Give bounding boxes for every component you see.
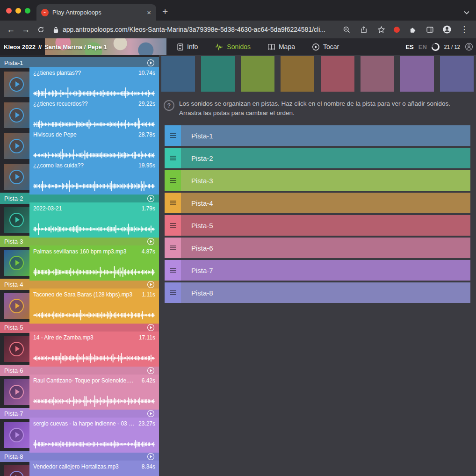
track-swatch-pista-6[interactable] — [361, 56, 394, 92]
sound-thumbnail[interactable] — [4, 72, 29, 97]
breadcrumb-path[interactable]: Santa Marina / Pepe 1 — [44, 43, 107, 50]
track-row-label[interactable]: Pista-1 — [181, 132, 213, 140]
lang-es-button[interactable]: ES — [405, 43, 413, 50]
forward-button[interactable]: → — [19, 22, 33, 36]
sound-waveform[interactable] — [33, 309, 155, 321]
track-row-label[interactable]: Pista-2 — [181, 154, 213, 162]
sound-thumbnail[interactable] — [4, 102, 29, 128]
track-row-label[interactable]: Pista-4 — [181, 199, 213, 207]
sound-thumbnail[interactable] — [4, 336, 29, 362]
drag-handle[interactable] — [165, 260, 181, 281]
tab-sonidos[interactable]: Sonidos — [215, 43, 251, 51]
track-play-icon[interactable] — [147, 367, 155, 375]
tab-mapa[interactable]: Mapa — [267, 43, 295, 50]
lang-en-button[interactable]: EN — [418, 43, 427, 50]
track-row-label[interactable]: Pista-5 — [181, 222, 213, 230]
sound-thumbnail[interactable] — [4, 379, 29, 405]
track-play-icon[interactable] — [147, 453, 155, 461]
sound-waveform[interactable] — [33, 180, 155, 192]
sound-waveform[interactable] — [33, 395, 155, 407]
profile-avatar[interactable] — [440, 22, 454, 36]
drag-handle[interactable] — [165, 125, 181, 146]
sound-item[interactable]: Vendedor callejero Hortalizas.mp38.34s — [0, 463, 159, 476]
new-tab-button[interactable]: + — [162, 7, 168, 16]
drag-handle[interactable] — [165, 282, 181, 303]
track-swatch-pista-1[interactable] — [161, 56, 195, 92]
address-bar[interactable]: app.antropoloops.com/Kleos-Santa-Marina/… — [49, 26, 339, 33]
sound-item[interactable]: Hiviscus de Pepe28.78s — [0, 131, 159, 161]
track-row-pista-5[interactable]: Pista-5 — [165, 215, 470, 236]
sound-thumbnail[interactable] — [4, 207, 29, 233]
sound-play-icon[interactable] — [9, 299, 24, 313]
sound-play-icon[interactable] — [9, 385, 24, 399]
share-icon[interactable] — [357, 22, 371, 36]
track-row-pista-3[interactable]: Pista-3 — [165, 170, 470, 191]
tab-info[interactable]: Info — [177, 43, 198, 51]
drag-handle[interactable] — [165, 193, 181, 213]
url-text[interactable]: app.antropoloops.com/Kleos-Santa-Marina/… — [63, 26, 325, 33]
back-button[interactable]: ← — [4, 22, 18, 36]
track-play-icon[interactable] — [147, 281, 155, 288]
track-swatch-pista-5[interactable] — [321, 56, 354, 92]
sound-waveform[interactable] — [33, 223, 155, 235]
sound-waveform[interactable] — [33, 352, 155, 364]
sound-item[interactable]: Taconeo de Sara Baras (128 kbps).mp31.11… — [0, 291, 159, 321]
sound-thumbnail[interactable] — [4, 293, 29, 319]
breadcrumb-project[interactable]: Kleos 2022 — [4, 43, 36, 50]
sound-item[interactable]: ¿¿tienes recuerdos??29.22s — [0, 100, 159, 130]
browser-menu-dots-icon[interactable]: ⋮ — [457, 22, 471, 36]
side-panel-icon[interactable] — [423, 22, 437, 36]
tab-search-chevron-icon[interactable] — [464, 11, 469, 14]
track-row-label[interactable]: Pista-7 — [181, 267, 213, 274]
sound-item[interactable]: ¿¿tienes plantas??10.74s — [0, 69, 159, 99]
sound-item[interactable]: 14 - Aire de Zamba.mp317.11s — [0, 334, 159, 364]
reload-button[interactable] — [34, 22, 48, 36]
sound-play-icon[interactable] — [9, 342, 24, 356]
account-icon[interactable] — [465, 43, 473, 51]
drag-handle[interactable] — [165, 215, 181, 236]
recording-extension-icon[interactable] — [394, 27, 400, 33]
sound-thumbnail[interactable] — [4, 422, 29, 448]
extensions-puzzle-icon[interactable] — [405, 22, 419, 36]
sound-play-icon[interactable] — [9, 139, 24, 153]
sound-play-icon[interactable] — [9, 428, 24, 442]
tab-tocar[interactable]: Tocar — [312, 43, 339, 51]
sound-play-icon[interactable] — [9, 108, 24, 123]
track-play-icon[interactable] — [147, 195, 155, 202]
track-swatch-pista-7[interactable] — [400, 56, 434, 92]
sound-item[interactable]: Palmas sevillanas 160 bpm mp3.mp34.87s — [0, 248, 159, 278]
sound-waveform[interactable] — [33, 438, 155, 450]
sound-item[interactable]: Raul Cantizano- Toque por Solenoide.mp36… — [0, 377, 159, 407]
window-minimize-button[interactable] — [15, 8, 21, 14]
track-row-pista-7[interactable]: Pista-7 — [165, 260, 470, 281]
sound-waveform[interactable] — [33, 266, 155, 278]
sound-item[interactable]: ¿¿como las cuida??19.95s — [0, 162, 159, 192]
track-play-icon[interactable] — [147, 238, 155, 245]
track-play-icon[interactable] — [147, 324, 155, 332]
drag-handle[interactable] — [165, 148, 181, 168]
sound-item[interactable]: sergio cuevas - la harpe indienne - 03 -… — [0, 420, 159, 450]
track-row-pista-4[interactable]: Pista-4 — [165, 193, 470, 213]
sound-thumbnail[interactable] — [4, 164, 29, 190]
track-row-pista-8[interactable]: Pista-8 — [165, 282, 470, 303]
sound-thumbnail[interactable] — [4, 133, 29, 159]
window-close-button[interactable] — [6, 8, 12, 14]
drag-handle[interactable] — [165, 238, 181, 258]
sound-play-icon[interactable] — [9, 77, 24, 92]
zoom-icon[interactable] — [339, 22, 353, 36]
track-play-icon[interactable] — [147, 59, 155, 67]
track-row-label[interactable]: Pista-3 — [181, 177, 213, 185]
sound-thumbnail[interactable] — [4, 250, 29, 276]
track-swatch-pista-4[interactable] — [281, 56, 314, 92]
tab-close-icon[interactable]: × — [145, 8, 152, 16]
track-row-pista-2[interactable]: Pista-2 — [165, 148, 470, 168]
sound-item[interactable]: 2022-03-211.79s — [0, 205, 159, 235]
sound-thumbnail[interactable] — [4, 465, 29, 476]
sound-play-icon[interactable] — [9, 471, 24, 476]
drag-handle[interactable] — [165, 170, 181, 191]
sound-play-icon[interactable] — [9, 170, 24, 184]
track-swatch-pista-8[interactable] — [440, 56, 474, 92]
track-row-pista-1[interactable]: Pista-1 — [165, 125, 470, 146]
track-swatch-pista-3[interactable] — [241, 56, 274, 92]
browser-tab[interactable]: ~ Play Antropoloops × — [36, 4, 156, 21]
